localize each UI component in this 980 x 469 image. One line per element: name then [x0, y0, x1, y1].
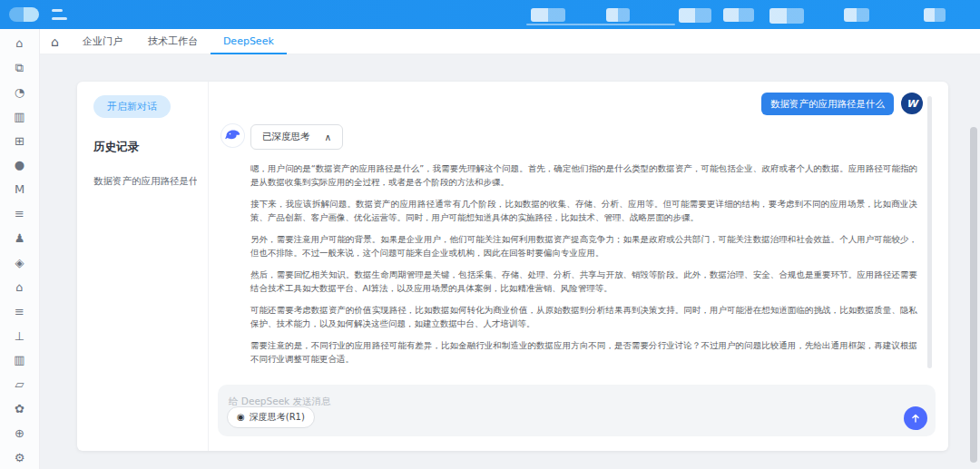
card-plus-icon[interactable]: ⊞ [15, 135, 24, 147]
deep-thought-toggle[interactable]: 已深度思考 ∧ [250, 124, 343, 150]
tab-bar: ⌂ 企业门户技术工作台DeepSeek [40, 29, 980, 54]
home-alt-icon[interactable]: ⌂ [15, 281, 23, 293]
tab-portal[interactable]: 企业门户 [70, 29, 135, 54]
send-arrow-icon [910, 413, 921, 424]
content-area: 开启新对话 历史记录 数据资产的应用路径是什么 数据资产的应用路径是什么 W [40, 54, 980, 469]
gear-icon[interactable]: ⚙ [15, 452, 25, 464]
barcode-alt-icon[interactable]: ▥ [14, 354, 24, 366]
barcode-icon[interactable]: ▥ [14, 111, 24, 122]
badge-icon[interactable]: ✿ [15, 403, 24, 415]
top-bar [0, 0, 980, 29]
deepthink-r1-button[interactable]: ◉ 深度思考(R1) [227, 406, 315, 428]
user-icon[interactable]: ♟ [15, 232, 25, 244]
redacted-nav-item[interactable] [679, 8, 711, 23]
app-window: ⌂⧉◔▥⊞●M≡♟◈⌂≡⊥▥▱✿⊕⚙ ⌂ 企业门户技术工作台DeepSeek 开… [0, 0, 980, 469]
folder-icon[interactable]: ▱ [15, 378, 24, 390]
org-chart-icon[interactable]: ⧉ [15, 62, 24, 73]
app-sidebar: ⌂⧉◔▥⊞●M≡♟◈⌂≡⊥▥▱✿⊕⚙ [0, 29, 40, 469]
thought-paragraph: 需要注意的是，不同行业的应用路径可能有差异，比如金融行业和制造业的数据应用方向不… [250, 338, 917, 366]
redacted-nav-item[interactable] [531, 8, 565, 22]
thought-paragraph: 嗯，用户问的是“数据资产的应用路径是什么”，我需要先理解这个问题。首先，确定他们… [250, 161, 917, 189]
deepseek-whale-icon [221, 124, 244, 147]
chat-messages: 数据资产的应用路径是什么 W [218, 91, 936, 376]
app-logo [9, 7, 39, 22]
new-chat-button[interactable]: 开启新对话 [93, 95, 171, 118]
layers-icon[interactable]: ≡ [15, 306, 24, 318]
tab-workbench[interactable]: 技术工作台 [135, 29, 211, 54]
tab-deepseek[interactable]: DeepSeek [211, 29, 287, 54]
chat-history-panel: 开启新对话 历史记录 数据资产的应用路径是什么 [77, 82, 209, 451]
logo-text-line [52, 17, 67, 20]
page-scrollbar[interactable] [970, 127, 977, 463]
history-title: 历史记录 [93, 140, 197, 155]
redacted-nav-item[interactable] [924, 8, 946, 22]
chevron-up-icon: ∧ [325, 132, 332, 142]
message-input[interactable]: 给 DeepSeek 发送消息 ◉ 深度思考(R1) [218, 385, 936, 436]
input-placeholder: 给 DeepSeek 发送消息 [229, 396, 925, 408]
redacted-nav-item[interactable] [769, 8, 804, 24]
chat-main: 数据资产的应用路径是什么 W [209, 82, 948, 451]
history-item[interactable]: 数据资产的应用路径是什么 [93, 175, 197, 188]
user-message-row: 数据资产的应用路径是什么 W [221, 93, 923, 115]
redacted-nav-item[interactable] [723, 8, 754, 22]
deep-thought-label: 已深度思考 [262, 131, 310, 143]
user-avatar: W [901, 93, 923, 114]
sitemap-icon[interactable]: ⊥ [15, 330, 24, 342]
user-message-bubble: 数据资产的应用路径是什么 [761, 93, 894, 115]
logo-text-line [52, 9, 63, 12]
home-icon[interactable]: ⌂ [15, 37, 23, 49]
assistant-content: 已深度思考 ∧ 嗯，用户问的是“数据资产的应用路径是什么”，我需要先理解这个问题… [250, 124, 923, 376]
thought-paragraphs: 嗯，用户问的是“数据资产的应用路径是什么”，我需要先理解这个问题。首先，确定他们… [250, 161, 923, 376]
nav-underline [526, 24, 675, 25]
deepthink-label: 深度思考(R1) [250, 411, 305, 424]
thought-paragraph: 另外，需要注意用户可能的背景。如果是企业用户，他们可能关注如何利用数据资产提高竞… [250, 232, 917, 259]
globe-icon[interactable]: ⊕ [15, 427, 24, 439]
globe-filled-icon[interactable]: ● [15, 159, 24, 171]
send-button[interactable] [904, 406, 927, 430]
thought-paragraph: 总结的话，应用路径可以分为以下几个步骤：战略规划、数据治理、技术支撑、应用场景构… [250, 374, 917, 376]
shield-icon[interactable]: ◈ [15, 257, 24, 269]
letter-m-icon[interactable]: M [15, 183, 24, 195]
pie-chart-icon[interactable]: ◔ [15, 86, 24, 98]
deepseek-chat-card: 开启新对话 历史记录 数据资产的应用路径是什么 数据资产的应用路径是什么 W [77, 82, 948, 451]
deepthink-icon: ◉ [237, 413, 245, 422]
home-icon[interactable]: ⌂ [51, 34, 59, 49]
thought-paragraph: 然后，需要回忆相关知识。数据生命周期管理是关键，包括采集、存储、处理、分析、共享… [250, 268, 917, 295]
thought-paragraph: 可能还需要考虑数据资产的价值实现路径，比如数据如何转化为商业价值，从原始数据到分… [250, 303, 917, 330]
redacted-nav-item[interactable] [606, 8, 630, 22]
redacted-nav-item[interactable] [844, 8, 869, 22]
thought-paragraph: 接下来，我应该拆解问题。数据资产的应用路径通常有几个阶段，比如数据的收集、存储、… [250, 197, 917, 224]
assistant-message-row: 已深度思考 ∧ 嗯，用户问的是“数据资产的应用路径是什么”，我需要先理解这个问题… [221, 124, 923, 376]
chat-scrollbar[interactable] [927, 96, 932, 368]
list-icon[interactable]: ≡ [15, 208, 24, 220]
